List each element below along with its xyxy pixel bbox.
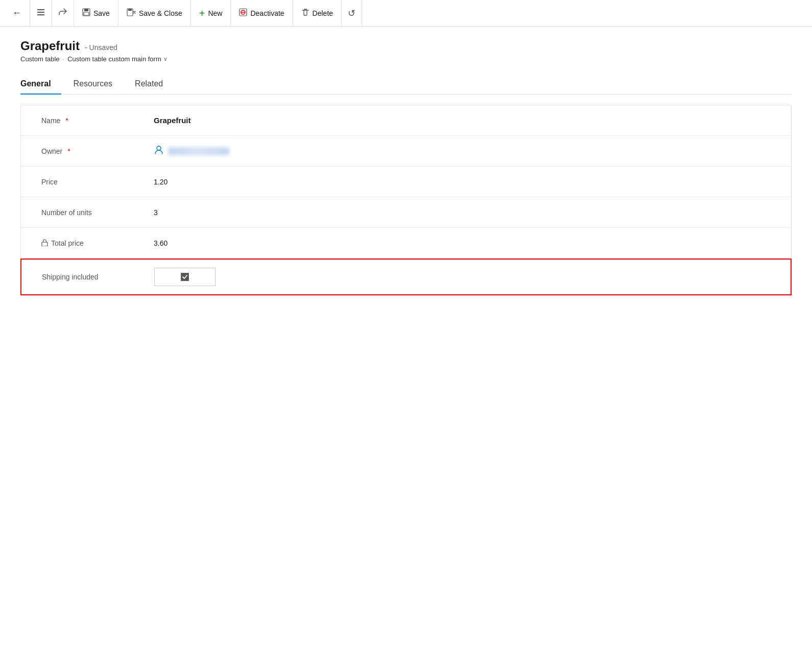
breadcrumb-form-label: Custom table custom main form (67, 55, 161, 63)
field-shipping-row: Shipping included (20, 259, 792, 295)
owner-required-star: * (67, 147, 70, 155)
new-button[interactable]: + New (191, 0, 231, 26)
field-shipping-label: Shipping included (42, 273, 154, 281)
svg-rect-4 (84, 9, 88, 11)
record-name: Grapefruit (20, 39, 80, 53)
refresh-button[interactable]: ↺ (342, 0, 362, 26)
name-required-star: * (65, 116, 68, 125)
save-icon (82, 8, 90, 18)
save-button[interactable]: Save (74, 0, 118, 26)
field-units-row: Number of units 3 (21, 197, 791, 228)
field-owner-label: Owner * (41, 147, 154, 155)
unsaved-indicator: - Unsaved (85, 43, 117, 52)
delete-button[interactable]: Delete (293, 0, 342, 26)
tab-bar: General Resources Related (20, 73, 792, 95)
back-icon: ← (12, 8, 21, 18)
field-total-price-value: 3.60 (154, 239, 771, 247)
deactivate-label: Deactivate (250, 9, 284, 17)
svg-rect-7 (128, 9, 132, 11)
field-owner-row: Owner * (21, 136, 791, 167)
save-close-icon (127, 8, 136, 18)
save-label: Save (93, 9, 110, 17)
field-name-label: Name * (41, 116, 154, 125)
owner-person-icon (154, 145, 164, 157)
svg-point-10 (157, 146, 161, 150)
delete-label: Delete (313, 9, 333, 17)
save-close-button[interactable]: Save & Close (118, 0, 191, 26)
refresh-icon: ↺ (348, 8, 355, 19)
field-units-value[interactable]: 3 (154, 208, 771, 217)
share-button[interactable] (52, 0, 74, 26)
form-container: Name * Grapefruit Owner * (20, 105, 792, 296)
save-close-label: Save & Close (139, 9, 182, 17)
svg-rect-2 (37, 14, 44, 15)
breadcrumb-table: Custom table (20, 55, 60, 63)
new-label: New (208, 9, 222, 17)
list-view-button[interactable] (30, 0, 52, 26)
shipping-checkbox[interactable] (181, 273, 189, 281)
new-icon: + (199, 8, 205, 18)
tab-resources[interactable]: Resources (74, 73, 123, 95)
field-price-label: Price (41, 178, 154, 186)
tab-general[interactable]: General (20, 73, 61, 95)
deactivate-icon (239, 8, 247, 18)
breadcrumb-chevron-icon: ∨ (163, 56, 168, 62)
field-name-value[interactable]: Grapefruit (154, 116, 771, 125)
breadcrumb-separator: · (63, 55, 65, 63)
field-total-price-row: Total price 3.60 (21, 228, 791, 259)
breadcrumb-form-link[interactable]: Custom table custom main form ∨ (67, 55, 168, 63)
svg-rect-0 (37, 9, 44, 10)
shipping-checkbox-container[interactable] (154, 268, 216, 286)
tab-related[interactable]: Related (135, 73, 173, 95)
breadcrumb: Custom table · Custom table custom main … (20, 55, 792, 63)
toolbar: ← Save (0, 0, 812, 27)
field-shipping-value[interactable] (154, 268, 770, 286)
lock-icon (41, 239, 48, 248)
back-button[interactable]: ← (4, 0, 30, 26)
main-content: Grapefruit - Unsaved Custom table · Cust… (0, 27, 812, 308)
field-price-value[interactable]: 1.20 (154, 178, 771, 186)
svg-rect-11 (42, 242, 47, 246)
field-units-label: Number of units (41, 208, 154, 217)
deactivate-button[interactable]: Deactivate (231, 0, 293, 26)
record-title-row: Grapefruit - Unsaved (20, 39, 792, 53)
delete-icon (301, 8, 309, 18)
list-icon (36, 8, 45, 19)
field-total-price-label: Total price (41, 239, 154, 248)
field-name-row: Name * Grapefruit (21, 105, 791, 136)
record-header: Grapefruit - Unsaved Custom table · Cust… (20, 39, 792, 63)
field-price-row: Price 1.20 (21, 167, 791, 197)
svg-rect-5 (84, 12, 89, 15)
owner-name-blurred (168, 147, 229, 155)
share-icon (58, 8, 67, 19)
svg-rect-1 (37, 12, 44, 13)
field-owner-value[interactable] (154, 145, 771, 157)
